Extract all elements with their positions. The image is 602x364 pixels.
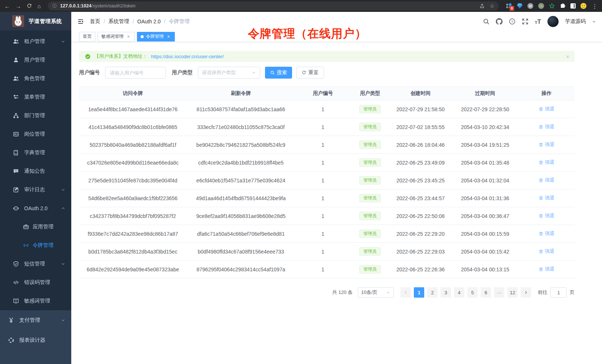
- site-info-icon[interactable]: ⓘ: [52, 3, 57, 9]
- user-id-cell: 1: [295, 100, 351, 118]
- address-bar[interactable]: ⓘ 127.0.0.1:1024/system/oauth2/token ☆: [48, 1, 499, 10]
- forward-icon[interactable]: →: [16, 3, 21, 9]
- expires-cell: 2054-03-04 19:51:25: [452, 136, 518, 154]
- caret-down-icon[interactable]: [592, 20, 596, 24]
- extension-cmd-icon[interactable]: ⌘: [527, 3, 533, 9]
- question-icon[interactable]: ?: [509, 18, 516, 25]
- prev-page-button[interactable]: [400, 287, 411, 298]
- user-type-badge: 管理员: [359, 105, 381, 113]
- user-type-select[interactable]: 请选择用户类型: [198, 67, 260, 79]
- force-logout-button[interactable]: 强退: [539, 177, 554, 183]
- kebab-menu-icon[interactable]: ⋮: [592, 3, 598, 9]
- sidebar-item[interactable]: 令牌管理: [0, 236, 71, 255]
- search-button[interactable]: 搜索: [265, 67, 292, 79]
- table-body: 1ea5e44f8bc1467aaede43144f31de76811c5304…: [79, 100, 575, 278]
- extension-gem-icon[interactable]: [517, 3, 523, 9]
- column-header: 过期时间: [452, 87, 518, 100]
- search-icon[interactable]: [483, 18, 490, 25]
- sidebar-item[interactable]: 短信管理: [0, 255, 71, 273]
- page-button[interactable]: 5: [467, 287, 478, 298]
- sidebar-item[interactable]: 菜单管理: [0, 88, 71, 106]
- sidebar-item[interactable]: 审计日志: [0, 181, 71, 199]
- user-name[interactable]: 芋道源码: [565, 18, 586, 25]
- sidebar-item[interactable]: 应用管理: [0, 218, 71, 236]
- table-row: b0d1785bc3a8482f812db4a3f3bd15ecb0df4980…: [79, 243, 575, 261]
- next-page-button[interactable]: [521, 287, 531, 298]
- user-type-badge: 管理员: [359, 194, 381, 202]
- extension-split-icon[interactable]: [570, 3, 576, 9]
- font-size-icon[interactable]: TT: [535, 19, 541, 25]
- table-header-row: 访问令牌刷新令牌用户编号用户类型创建时间过期时间操作: [79, 87, 575, 100]
- tag[interactable]: 首页: [79, 32, 95, 42]
- force-logout-button[interactable]: 强退: [539, 159, 554, 166]
- sidebar-item[interactable]: 租户管理: [0, 32, 71, 51]
- extension-puzzle-icon[interactable]: [560, 3, 566, 9]
- sidebar-item[interactable]: 字典管理: [0, 143, 71, 162]
- sidebar-header: 芋道管理系统: [0, 12, 71, 30]
- sidebar-item[interactable]: 支付管理: [0, 310, 71, 330]
- sidebar-item[interactable]: 错误码管理: [0, 273, 71, 292]
- refresh-token-cell: dfa6c71a50a54c66bef706ef9e6e8d81: [187, 225, 295, 243]
- share-icon[interactable]: [480, 3, 485, 9]
- expires-cell: 2054-03-04 00:36:47: [452, 207, 518, 225]
- home-icon[interactable]: ⌂: [37, 3, 41, 9]
- table-row: 54d6be82ee5a460a9aedc1f9bf22365649d1aa46…: [79, 189, 575, 207]
- alert-close-icon[interactable]: ×: [566, 53, 569, 60]
- page-button[interactable]: 2: [427, 287, 438, 298]
- tag[interactable]: 令牌管理×: [137, 32, 175, 42]
- sidebar-item[interactable]: 报表设计器: [0, 330, 71, 350]
- force-logout-button[interactable]: 强退: [539, 266, 554, 272]
- page-button[interactable]: 3: [441, 287, 451, 298]
- goto-page-input[interactable]: [550, 287, 567, 298]
- filter-bar: 用户编号 用户类型 请选择用户类型 搜索 重置: [79, 67, 582, 79]
- close-icon[interactable]: ×: [126, 34, 131, 39]
- alert-link[interactable]: https://doc.iocoder.cn/user-center/: [151, 54, 224, 59]
- breadcrumb-item[interactable]: 首页: [90, 18, 100, 25]
- created-cell: 2022-06-25 23:49:09: [389, 154, 452, 172]
- user-id-input[interactable]: [105, 67, 166, 79]
- bookmark-star-icon[interactable]: ☆: [490, 3, 494, 9]
- force-logout-button[interactable]: 强退: [539, 195, 554, 201]
- force-logout-button[interactable]: 强退: [539, 212, 554, 219]
- force-logout-button[interactable]: 强退: [539, 248, 554, 255]
- sidebar-item[interactable]: 岗位管理: [0, 125, 71, 143]
- page-size-select[interactable]: 10条/页: [358, 287, 394, 298]
- sidebar-item[interactable]: OAuth 2.0: [0, 199, 71, 218]
- force-logout-button[interactable]: 强退: [539, 141, 554, 148]
- sidebar-item[interactable]: 通知公告: [0, 162, 71, 181]
- user-id-cell: 1: [295, 225, 351, 243]
- force-logout-button[interactable]: 强退: [539, 123, 554, 130]
- sidebar-item[interactable]: 部门管理: [0, 106, 71, 125]
- extension-smiley-icon[interactable]: [580, 3, 586, 9]
- avatar[interactable]: [547, 16, 559, 27]
- reset-button[interactable]: 重置: [296, 67, 324, 79]
- breadcrumb-item[interactable]: 系统管理: [108, 18, 129, 25]
- back-icon[interactable]: ←: [4, 3, 10, 9]
- created-cell: 2022-06-25 22:26:36: [389, 261, 452, 278]
- sidebar-item[interactable]: 敏感词管理: [0, 292, 71, 310]
- org-tree-icon: [13, 113, 19, 119]
- sidebar-item[interactable]: 用户管理: [0, 51, 71, 69]
- user-type-badge: 管理员: [359, 265, 381, 274]
- breadcrumb-separator: /: [104, 19, 105, 24]
- page-ellipsis-button[interactable]: ···: [494, 287, 504, 298]
- fullscreen-icon[interactable]: [522, 18, 529, 25]
- github-icon[interactable]: [496, 18, 503, 25]
- page-button[interactable]: 1: [414, 287, 424, 298]
- force-logout-button[interactable]: 强退: [539, 106, 554, 112]
- extension-grid-icon[interactable]: 9: [506, 3, 512, 9]
- extension-star-icon[interactable]: [549, 3, 555, 9]
- sidebar-item[interactable]: 角色管理: [0, 69, 71, 88]
- user-type-label: 用户类型: [172, 69, 193, 76]
- sidebar-item-label: 短信管理: [24, 261, 45, 267]
- extension-dot-icon[interactable]: [538, 3, 544, 9]
- force-logout-button[interactable]: 强退: [539, 230, 554, 237]
- page-button[interactable]: 6: [481, 287, 491, 298]
- page-button[interactable]: 4: [454, 287, 464, 298]
- breadcrumb-item[interactable]: OAuth 2.0: [137, 19, 161, 24]
- collapse-sidebar-icon[interactable]: [77, 18, 84, 25]
- tag[interactable]: 敏感词管理×: [98, 32, 135, 42]
- page-button[interactable]: 12: [507, 287, 518, 298]
- close-icon[interactable]: ×: [166, 34, 171, 39]
- reload-icon[interactable]: [27, 3, 32, 9]
